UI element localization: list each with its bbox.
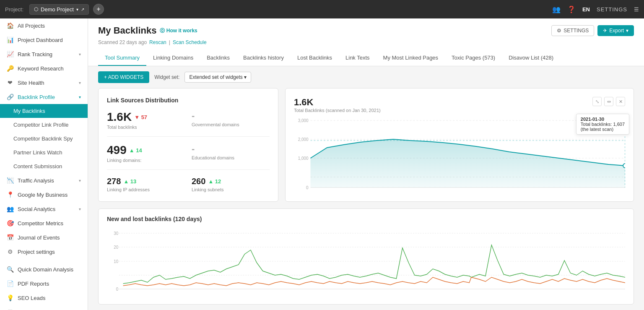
scan-schedule-link[interactable]: Scan Schedule — [173, 39, 207, 45]
sidebar-label-traffic-analysis: Traffic Analysis — [18, 177, 54, 184]
svg-text:1,000: 1,000 — [298, 156, 309, 161]
sidebar-item-seo-leads[interactable]: 💡 SEO Leads — [0, 291, 88, 305]
stat-total-backlinks: 1.6K ▼ 57 Total backlinks — [107, 110, 185, 130]
external-link-icon: ↗ — [81, 7, 84, 12]
sidebar-item-content-submission[interactable]: Content Submission — [0, 159, 88, 173]
sidebar-label-competitor-link-profile: Competitor Link Profile — [13, 122, 69, 128]
sidebar-item-google-my-business[interactable]: 📍 Google My Business — [0, 188, 88, 202]
tab-toxic-pages[interactable]: Toxic Pages (573) — [445, 50, 502, 66]
export-button[interactable]: ✈ Export ▾ — [597, 25, 634, 36]
project-name: Demo Project — [41, 6, 74, 13]
gov-domains-value: - — [192, 110, 270, 121]
stat-linking-domains: 499 ▲ 14 Linking domains: — [107, 143, 185, 163]
leads-icon: 💡 — [7, 294, 13, 301]
sidebar-item-partner-links-watch[interactable]: Partner Links Watch — [0, 146, 88, 159]
tab-label-toxic-pages: Toxic Pages (573) — [452, 55, 495, 61]
health-icon: ❤ — [7, 79, 13, 86]
sidebar: 🏠 All Projects 📊 Project Dashboard 📈 Ran… — [0, 18, 88, 310]
tab-my-most-linked[interactable]: My Most Linked Pages — [377, 50, 445, 66]
link-sources-title: Link Sources Distribution — [107, 97, 270, 104]
card-link-sources: Link Sources Distribution 1.6K ▼ 57 Tota… — [98, 88, 278, 202]
total-backlinks-chart-header: 1.6K Total Backlinks (scanned on Jan 30,… — [294, 97, 625, 113]
journal-icon: 📅 — [7, 234, 13, 241]
sidebar-item-all-projects[interactable]: 🏠 All Projects — [0, 18, 88, 33]
widget-set-select[interactable]: Extended set of widgets ▾ — [184, 72, 251, 83]
hamburger-menu[interactable]: ☰ — [634, 6, 639, 13]
sidebar-item-my-backlinks[interactable]: My Backlinks — [0, 104, 88, 118]
tab-linking-domains[interactable]: Linking Domains — [146, 50, 200, 66]
content-header: My Backlinks ⓪ How it works ⚙ SETTINGS ✈… — [88, 18, 644, 66]
sidebar-item-rank-tracking[interactable]: 📈 Rank Tracking ▾ — [0, 47, 88, 61]
help-icon[interactable]: ❓ — [567, 5, 576, 13]
sidebar-item-quick-domain-analysis[interactable]: 🔍 Quick Domain Analysis — [0, 262, 88, 276]
stat-gov-domains: - Governmental domains — [192, 110, 270, 130]
settings-label[interactable]: SETTINGS — [597, 6, 627, 13]
sidebar-label-content-submission: Content Submission — [13, 163, 62, 169]
sidebar-item-social-analytics[interactable]: 👥 Social Analytics ▾ — [0, 202, 88, 216]
tab-backlinks[interactable]: Backlinks — [200, 50, 236, 66]
title-row: My Backlinks ⓪ How it works ⚙ SETTINGS ✈… — [98, 25, 634, 36]
language-selector[interactable]: EN — [582, 6, 590, 13]
linking-subnets-delta: ▲ 12 — [208, 178, 221, 185]
rescan-link[interactable]: Rescan — [149, 39, 166, 45]
sidebar-item-project-dashboard[interactable]: 📊 Project Dashboard — [0, 33, 88, 47]
separator: | — [169, 39, 170, 45]
metrics-icon: 🎯 — [7, 220, 13, 227]
rank-icon: 📈 — [7, 51, 13, 57]
users-icon[interactable]: 👥 — [552, 5, 561, 13]
dashboard-icon: 📊 — [7, 36, 13, 43]
stats-divider-2 — [107, 169, 270, 170]
chevron-down-icon: ▾ — [626, 28, 628, 34]
sidebar-item-traffic-analysis[interactable]: 📉 Traffic Analysis ▾ — [0, 173, 88, 188]
tab-lost-backlinks[interactable]: Lost Backlinks — [291, 50, 339, 66]
top-nav: Project: ⬡ Demo Project ▾ ↗ + 👥 ❓ EN SET… — [0, 0, 644, 18]
chart-zoom-out-button[interactable]: ⤡ — [592, 97, 602, 106]
home-icon: 🏠 — [7, 22, 13, 29]
project-selector[interactable]: ⬡ Demo Project ▾ ↗ — [29, 4, 89, 15]
chart-close-button[interactable]: ✕ — [616, 97, 625, 106]
tab-label-disavow-list: Disavow List (428) — [509, 55, 553, 61]
settings-icon: ⚙ — [7, 248, 13, 255]
tab-label-lost-backlinks: Lost Backlinks — [297, 55, 332, 61]
sidebar-item-competitor-link-profile[interactable]: Competitor Link Profile — [0, 118, 88, 132]
sidebar-item-backlink-profile[interactable]: 🔗 Backlink Profile ▾ — [0, 90, 88, 104]
tab-disavow-list[interactable]: Disavow List (428) — [502, 50, 560, 66]
sidebar-label-competitor-backlink-spy: Competitor Backlink Spy — [13, 135, 73, 142]
sidebar-item-competitor-metrics[interactable]: 🎯 Competitor Metrics — [0, 216, 88, 230]
sidebar-item-pdf-reports[interactable]: 📄 PDF Reports — [0, 276, 88, 291]
settings-button[interactable]: ⚙ SETTINGS — [551, 25, 594, 36]
tab-backlinks-history[interactable]: Backlinks history — [236, 50, 291, 66]
chevron-right-icon: ▾ — [79, 52, 81, 57]
how-it-works-link[interactable]: ⓪ How it works — [160, 27, 197, 34]
sidebar-item-tasks[interactable]: ☑ Tasks — [0, 305, 88, 310]
sidebar-item-keyword-research[interactable]: 🔑 Keyword Research — [0, 61, 88, 76]
edu-domains-value: - — [192, 143, 270, 154]
scan-date: Scanned 22 days ago — [98, 39, 147, 45]
linking-subnets-label: Linking subnets — [192, 187, 270, 192]
linking-domains-label: Linking domains: — [107, 158, 185, 163]
sidebar-item-journal-of-events[interactable]: 📅 Journal of Events — [0, 230, 88, 245]
toolbar: + ADD WIDGETS Widget set: Extended set o… — [88, 66, 644, 88]
sidebar-label-journal-of-events: Journal of Events — [18, 234, 60, 241]
tab-label-backlinks: Backlinks — [207, 55, 230, 61]
gear-icon: ⚙ — [557, 28, 561, 34]
plus-icon: + — [96, 5, 100, 13]
sidebar-item-site-health[interactable]: ❤ Site Health ▾ — [0, 76, 88, 90]
chart-expand-button[interactable]: ⇔ — [604, 97, 613, 106]
search-icon: 🔍 — [7, 266, 13, 273]
sidebar-item-competitor-backlink-spy[interactable]: Competitor Backlink Spy — [0, 132, 88, 146]
linking-ips-label: Linking IP addresses — [107, 187, 185, 192]
total-backlinks-label: Total backlinks — [107, 125, 185, 130]
tab-tool-summary[interactable]: Tool Summary — [98, 50, 146, 66]
sidebar-item-project-settings[interactable]: ⚙ Project settings — [0, 245, 88, 259]
tab-link-texts[interactable]: Link Texts — [339, 50, 377, 66]
content-area: My Backlinks ⓪ How it works ⚙ SETTINGS ✈… — [88, 18, 644, 310]
add-widgets-button[interactable]: + ADD WIDGETS — [98, 71, 149, 83]
add-project-button[interactable]: + — [93, 4, 104, 15]
chevron-right-icon: ▾ — [79, 178, 81, 183]
add-widgets-label: + ADD WIDGETS — [104, 74, 143, 80]
gov-domains-label: Governmental domains — [192, 122, 270, 127]
svg-text:3,000: 3,000 — [298, 118, 309, 123]
edu-domains-label: Educational domains — [192, 155, 270, 160]
sidebar-label-project-settings: Project settings — [18, 249, 55, 255]
